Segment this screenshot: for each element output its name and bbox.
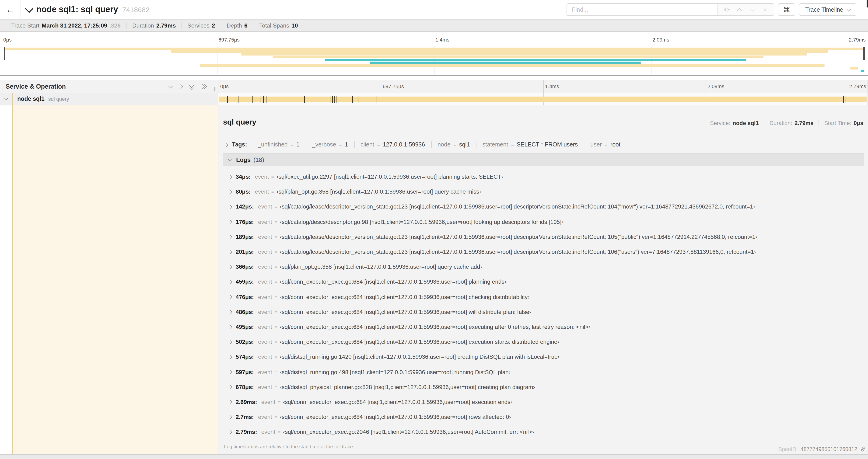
chevron-down-icon[interactable] [3, 96, 8, 101]
ruler-gridline [381, 80, 381, 93]
span-service-name: node sql1sql query [17, 96, 69, 102]
log-row[interactable]: 2.69ms:event=‹sql/conn_executor_exec.go:… [223, 395, 864, 409]
trace-minimap[interactable] [0, 46, 868, 75]
find-next-icon[interactable] [748, 6, 756, 13]
ruler-tick: 1.4ms [545, 84, 559, 89]
scrollbar-thumb[interactable] [867, 0, 868, 7]
jaeger-trace-view: ← node sql1: sql query 7418682 × [0, 0, 868, 459]
minimap-span [369, 61, 641, 64]
find-input[interactable] [567, 4, 717, 15]
log-marker-tick [377, 96, 377, 103]
span-id-label: SpanID: [778, 446, 798, 452]
minimap-right-handle[interactable] [863, 47, 865, 60]
tag-item: _unfinished=1 [252, 141, 306, 148]
keyboard-shortcuts-button[interactable]: ⌘ [778, 3, 796, 16]
log-row[interactable]: 495μs:event=‹sql/conn_executor_exec.go:6… [223, 320, 864, 334]
log-row[interactable]: 201μs:event=‹sql/catalog/lease/descripto… [223, 244, 864, 259]
minimap-span [861, 70, 864, 72]
bottom-section-strip [0, 454, 868, 459]
span-detail-meta: Service:node sql1 Duration:2.79ms Start … [710, 120, 863, 126]
log-marker-tick [326, 96, 326, 103]
collapse-all-icon[interactable] [189, 84, 194, 89]
log-row[interactable]: 2.7ms:event=‹sql/conn_executor_exec.go:6… [223, 409, 864, 424]
log-row[interactable]: 574μs:event=‹sql/distsql_running.go:1420… [223, 350, 864, 365]
ruler-gridline [543, 80, 544, 93]
tag-item: client=127.0.0.1:59936 [354, 141, 431, 148]
log-row[interactable]: 176μs:event=‹sql/catalog/descs/descripto… [223, 214, 864, 229]
minimap-span [241, 53, 808, 55]
tag-item: _verbose=1 [306, 141, 354, 148]
stat-duration: Duration2.79ms [126, 22, 181, 29]
logs-count: (18) [253, 156, 264, 163]
span-id-footer: SpanID: 4877749850101760812 [778, 446, 866, 452]
log-row[interactable]: 80μs:event=‹sql/plan_opt.go:358 [nsql1,c… [223, 184, 864, 199]
log-row[interactable]: 459μs:event=‹sql/conn_executor_exec.go:6… [223, 274, 864, 289]
link-icon[interactable] [860, 446, 866, 452]
logs-note: Log timestamps are relative to the start… [223, 444, 864, 456]
tag-item: statement=SELECT * FROM users [476, 141, 584, 148]
logs-toggle-header[interactable]: Logs (18) [223, 153, 864, 166]
span-detail-area: sql query Service:node sql1 Duration:2.7… [0, 105, 868, 455]
log-row[interactable]: 502μs:event=‹sql/conn_executor_exec.go:6… [223, 334, 864, 349]
service-operation-title: Service & Operation [6, 83, 66, 90]
chevron-right-icon [227, 355, 232, 359]
logs-label: Logs [236, 156, 251, 163]
log-row[interactable]: 142μs:event=‹sql/catalog/lease/descripto… [223, 199, 864, 214]
minimap-tick: 697.75μs [218, 37, 240, 42]
log-marker-tick [330, 96, 330, 103]
log-row[interactable]: 2.79ms:event=‹sql/conn_executor_exec.go:… [223, 424, 864, 439]
chevron-right-icon [227, 415, 232, 419]
chevron-right-icon [227, 310, 232, 315]
span-operation-name: sql query [48, 96, 69, 102]
minimap-tick: 0μs [3, 37, 12, 42]
minimap-span [4, 47, 864, 50]
minimap-left-handle[interactable] [4, 47, 5, 60]
minimap-tick-labels: 0μs 697.75μs 1.4ms 2.09ms 2.79ms [0, 36, 868, 44]
scope-icon[interactable] [723, 6, 731, 13]
span-row: node sql1sql query [0, 93, 868, 105]
span-detail-header: sql query Service:node sql1 Duration:2.7… [223, 105, 864, 134]
find-group: × [567, 3, 774, 16]
minimap-tick: 2.79ms [849, 37, 866, 42]
minimap-span [850, 67, 858, 69]
span-color-accent [12, 93, 13, 105]
tags-toggle-row[interactable]: Tags: _unfinished=1_verbose=1client=127.… [223, 137, 864, 152]
timeline-ruler[interactable]: 0μs 697.75μs 1.4ms 2.09ms 2.79ms [218, 80, 868, 93]
log-marker-tick [252, 96, 253, 103]
minimap-span [200, 64, 825, 66]
minimap-tick: 2.09ms [652, 37, 669, 42]
back-arrow-icon: ← [6, 5, 15, 14]
trace-view-selector[interactable]: Trace Timeline [799, 3, 856, 16]
collapse-one-icon[interactable] [168, 84, 173, 88]
find-prev-icon[interactable] [736, 6, 743, 13]
clear-find-icon[interactable]: × [761, 6, 769, 13]
timeline-header: Service & Operation 0μs 697.75μs 1.4ms 2… [0, 80, 868, 93]
span-bar[interactable] [219, 97, 867, 102]
span-id-value: 4877749850101760812 [801, 446, 857, 452]
ruler-gridline [706, 80, 706, 93]
log-row[interactable]: 678μs:event=‹sql/distsql_physical_planne… [223, 380, 864, 394]
chevron-right-icon [227, 430, 232, 434]
log-row[interactable]: 34μs:event=‹sql/exec_util.go:2297 [nsql1… [223, 169, 864, 184]
expand-all-icon[interactable] [201, 85, 206, 89]
column-resizer-grip[interactable] [214, 87, 217, 91]
log-marker-tick [843, 96, 844, 103]
log-marker-tick [336, 96, 336, 103]
command-icon: ⌘ [783, 5, 790, 14]
log-row[interactable]: 486μs:event=‹sql/conn_executor_exec.go:6… [223, 304, 864, 319]
back-button[interactable]: ← [0, 0, 21, 19]
logs-list: 34μs:event=‹sql/exec_util.go:2297 [nsql1… [223, 166, 864, 440]
log-row[interactable]: 597μs:event=‹sql/distsql_running.go:498 … [223, 365, 864, 380]
span-detail-title: sql query [223, 118, 256, 126]
span-row-name-cell[interactable]: node sql1sql query [0, 93, 218, 105]
chevron-right-icon [227, 385, 232, 390]
expand-one-icon[interactable] [179, 84, 183, 89]
minimap-canvas[interactable] [4, 46, 864, 75]
log-row[interactable]: 366μs:event=‹sql/plan_opt.go:358 [nsql1,… [223, 259, 864, 274]
log-row[interactable]: 476μs:event=‹sql/conn_executor_exec.go:6… [223, 289, 864, 304]
log-marker-tick [227, 96, 228, 103]
stat-total-spans: Total Spans10 [253, 22, 304, 29]
log-marker-tick [358, 96, 359, 103]
log-row[interactable]: 189μs:event=‹sql/catalog/lease/descripto… [223, 230, 864, 244]
chevron-down-icon[interactable] [25, 4, 34, 13]
